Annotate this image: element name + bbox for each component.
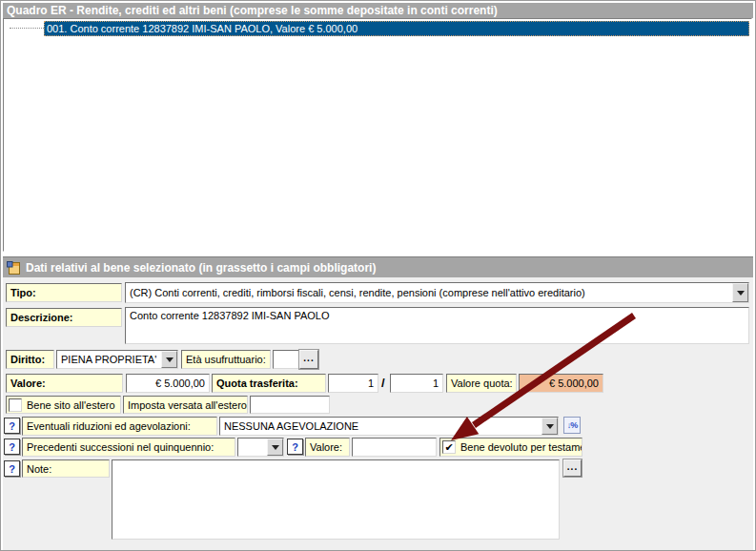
assets-list[interactable]: 001. Conto corrente 12837892 IMI-SAN PAO… — [3, 18, 752, 252]
precedenti-label: Precedenti successioni nel quinquennio: — [22, 438, 235, 457]
bene-devoluto-option[interactable]: ✔ Bene devoluto per testamento — [439, 438, 582, 457]
precedenti-combobox[interactable] — [237, 438, 284, 457]
quadro-header-title: Quadro ER - Rendite, crediti ed altri be… — [7, 4, 498, 17]
valore-precedente-help-button[interactable]: ? — [287, 439, 303, 455]
note-more-button[interactable]: ... — [563, 459, 582, 477]
valore-quota-label: Valore quota: — [446, 374, 517, 393]
note-label: Note: — [22, 459, 110, 478]
note-input[interactable] — [112, 459, 560, 540]
riduzioni-help-button[interactable]: ? — [4, 418, 20, 434]
descrizione-label: Descrizione: — [6, 308, 122, 327]
diritto-dropdown-button[interactable] — [161, 351, 177, 368]
imposta-estero-input[interactable] — [250, 396, 330, 414]
diritto-value: PIENA PROPRIETA' — [57, 354, 161, 365]
precedenti-help-button[interactable]: ? — [4, 439, 20, 455]
eta-usufruttuario-input[interactable] — [273, 350, 300, 369]
tree-connector — [10, 28, 44, 29]
diritto-combobox[interactable]: PIENA PROPRIETA' — [56, 350, 178, 369]
diritto-label: Diritto: — [6, 350, 54, 369]
imposta-estero-label: Imposta versata all'estero: — [123, 396, 248, 414]
tipo-value: (CR) Conti correnti, crediti, rimborsi f… — [126, 287, 732, 298]
bene-devoluto-checkbox[interactable]: ✔ — [442, 440, 456, 454]
riduzioni-dropdown-button[interactable] — [541, 418, 558, 435]
chevron-down-icon — [272, 445, 279, 454]
bene-sito-allestero-checkbox[interactable] — [9, 398, 22, 412]
section-header-title: Dati relativi al bene selezionato (in gr… — [26, 261, 376, 275]
valore-precedente-label: Valore: — [305, 438, 350, 457]
tipo-dropdown-button[interactable] — [732, 283, 748, 302]
riduzioni-value: NESSUNA AGEVOLAZIONE — [220, 420, 541, 432]
descrizione-input[interactable] — [125, 307, 749, 344]
chevron-down-icon — [737, 291, 745, 299]
section-header: Dati relativi al bene selezionato (in gr… — [3, 256, 753, 277]
valore-quota-field: € 5.000,00 — [519, 374, 603, 393]
quota-numerator-input[interactable] — [328, 374, 378, 393]
bene-sito-allestero-label: Bene sito all'estero — [27, 399, 115, 411]
tipo-label: Tipo: — [6, 283, 122, 302]
quota-separator: / — [381, 376, 385, 390]
riduzioni-combobox[interactable]: NESSUNA AGEVOLAZIONE — [219, 417, 559, 436]
tipo-combobox[interactable]: (CR) Conti correnti, crediti, rimborsi f… — [125, 282, 749, 303]
chevron-down-icon — [166, 357, 174, 366]
valore-input[interactable] — [126, 374, 210, 393]
valore-label: Valore: — [6, 374, 123, 393]
quota-trasferita-label: Quota trasferita: — [212, 374, 326, 393]
percent-calc-button[interactable]: ↓% — [563, 417, 581, 434]
note-icon — [7, 261, 20, 275]
eta-usufruttuario-label: Età usufruttuario: — [181, 350, 271, 369]
app-window: Quadro ER - Rendite, crediti ed altri be… — [0, 0, 756, 551]
bene-sito-allestero-option[interactable]: Bene sito all'estero — [6, 396, 121, 414]
riduzioni-label: Eventuali riduzioni ed agevolazioni: — [22, 417, 217, 436]
quota-denominator-input[interactable] — [390, 374, 443, 393]
quadro-header: Quadro ER - Rendite, crediti ed altri be… — [3, 3, 753, 18]
valore-precedente-input[interactable] — [352, 438, 437, 457]
eta-usufruttuario-more-button[interactable]: ... — [299, 350, 318, 369]
bene-devoluto-label: Bene devoluto per testamento — [460, 441, 582, 453]
chevron-down-icon — [546, 424, 554, 433]
precedenti-dropdown-button[interactable] — [267, 439, 283, 456]
asset-form: Tipo: (CR) Conti correnti, crediti, rimb… — [3, 277, 753, 550]
list-item[interactable]: 001. Conto corrente 12837892 IMI-SAN PAO… — [44, 21, 749, 36]
note-help-button[interactable]: ? — [4, 460, 20, 477]
